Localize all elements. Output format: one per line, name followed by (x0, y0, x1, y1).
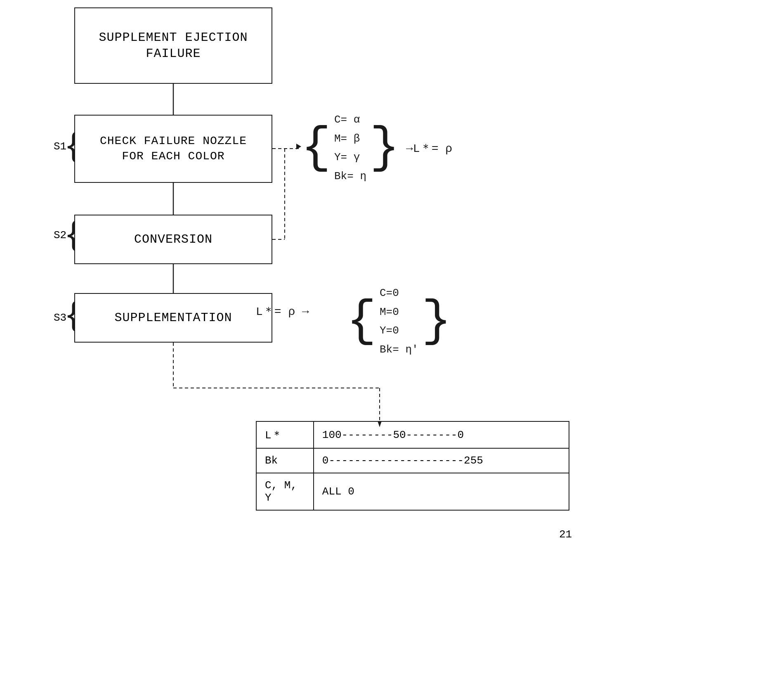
svg-marker-7 (296, 144, 301, 149)
table-row-lstar: L＊ 100--------50--------0 (256, 421, 569, 448)
table-cell-cmy-value: ALL 0 (314, 473, 569, 510)
bracket-group-2: { C=0M=0Y=0Bk= η' } (347, 284, 451, 359)
bracket-left-2: { (347, 300, 376, 343)
bracket-right-2: } (422, 300, 451, 343)
lstar-right-label: →L＊= ρ (406, 140, 452, 156)
table-21: L＊ 100--------50--------0 Bk 0----------… (256, 421, 569, 511)
lstar-left-label: L＊= ρ → (256, 303, 309, 319)
table-row-bk: Bk 0---------------------255 (256, 448, 569, 473)
table-cell-lstar-value: 100--------50--------0 (314, 421, 569, 448)
bracket-left-1: { (301, 127, 331, 169)
table-cell-lstar-label: L＊ (256, 421, 314, 448)
box-supplementation: SUPPLEMENTATION (74, 293, 272, 343)
box-check-failure-nozzle: CHECK FAILURE NOZZLE FOR EACH COLOR (74, 115, 272, 183)
bracket-right-1: } (370, 127, 399, 169)
table-cell-bk-label: Bk (256, 448, 314, 473)
bracket-content-1: C= αM= βY= γBk= η (334, 111, 366, 186)
table-cell-cmy-label: C, M, Y (256, 473, 314, 510)
box-supplement-ejection-failure: SUPPLEMENT EJECTION FAILURE (74, 7, 272, 84)
table-cell-bk-value: 0---------------------255 (314, 448, 569, 473)
table-row-cmy: C, M, Y ALL 0 (256, 473, 569, 510)
bracket-content-2: C=0M=0Y=0Bk= η' (380, 284, 418, 359)
diagram: SUPPLEMENT EJECTION FAILURE S1 { CHECK F… (0, 0, 784, 693)
box-conversion: CONVERSION (74, 215, 272, 264)
bracket-group-1: { C= αM= βY= γBk= η } →L＊= ρ (301, 111, 452, 186)
figure-label-21: 21 (559, 528, 572, 541)
